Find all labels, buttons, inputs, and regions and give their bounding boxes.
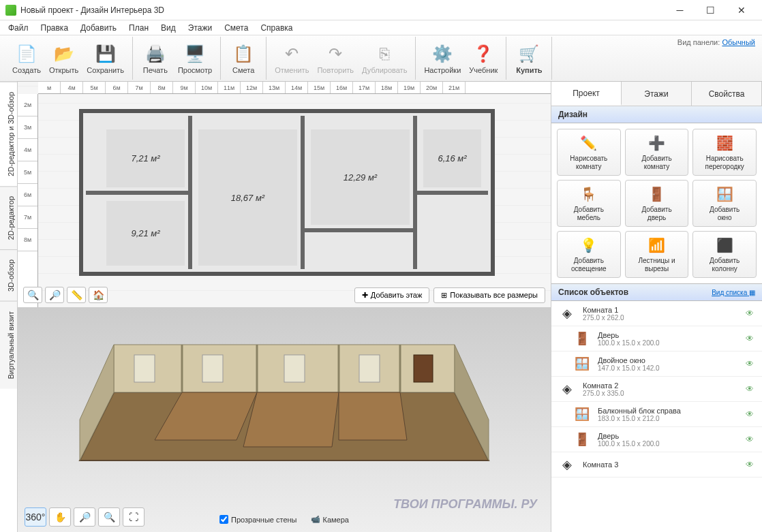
open-icon: 📂	[53, 43, 75, 65]
side-tab-3[interactable]: Виртуальный визит	[0, 301, 17, 389]
svg-marker-9	[243, 392, 339, 447]
object-item[interactable]: ◈Комната 2275.0 x 335.0👁	[551, 377, 762, 402]
side-tab-0[interactable]: 2D-редактор и 3D-обзор	[0, 82, 17, 186]
add-lighting-button[interactable]: 💡Добавитьосвещение	[557, 231, 621, 278]
settings-icon: ⚙️	[431, 43, 453, 65]
zoom-in-3d-icon[interactable]: 🔎	[74, 507, 95, 527]
visibility-icon[interactable]: 👁	[746, 384, 757, 394]
menu-Файл[interactable]: Файл	[3, 22, 34, 34]
add-floor-button[interactable]: ✚ Добавить этаж	[354, 287, 429, 303]
buy-button[interactable]: 🛒Купить	[510, 42, 547, 76]
pan-icon[interactable]: ✋	[49, 507, 71, 527]
tab-Проект[interactable]: Проект	[551, 82, 622, 106]
side-tab-1[interactable]: 2D-редактор	[0, 186, 17, 249]
stairs-button[interactable]: 📶Лестницы ивырезы	[625, 231, 689, 278]
titlebar: Новый проект - Дизайн Интерьера 3D ─ ☐ ✕	[0, 0, 762, 20]
room-2[interactable]: 18,67 м²	[198, 129, 297, 266]
settings-button[interactable]: ⚙️Настройки	[420, 42, 465, 76]
zoom-out-3d-icon[interactable]: 🔍	[98, 507, 120, 527]
show-dimensions-button[interactable]: ⊞ Показывать все размеры	[433, 287, 545, 303]
menu-Смета[interactable]: Смета	[219, 22, 254, 34]
panel-mode-link[interactable]: Обычный	[722, 38, 755, 46]
visibility-icon[interactable]: 👁	[746, 359, 757, 369]
duplicate-button: ⎘Дублировать	[358, 42, 411, 76]
plan-zoom-tools: 🔍 🔎 📏 🏠	[23, 287, 108, 303]
save-icon: 💾	[95, 43, 117, 65]
print-button[interactable]: 🖨️Печать	[137, 42, 174, 76]
room-3[interactable]: 12,29 м²	[311, 129, 410, 225]
plan-2d-area[interactable]: м4м5м6м7м8м9м10м11м12м13м14м15м16м17м18м…	[18, 82, 551, 307]
object-item[interactable]: 🚪Дверь100.0 x 15.0 x 200.0👁	[551, 427, 762, 452]
ruler-horizontal: м4м5м6м7м8м9м10м11м12м13м14м15м16м17м18м…	[38, 82, 551, 94]
objects-section-head: Список объектов Вид списка ▦	[551, 283, 762, 301]
save-button[interactable]: 💾Сохранить	[82, 42, 128, 76]
rotate-360-icon[interactable]: 360°	[25, 507, 46, 527]
visibility-icon[interactable]: 👁	[746, 409, 757, 419]
help-button[interactable]: ❓Учебник	[465, 42, 502, 76]
buy-icon: 🛒	[518, 43, 540, 65]
svg-marker-10	[339, 392, 407, 440]
side-tabs: 2D-редактор и 3D-обзор2D-редактор3D-обзо…	[0, 82, 18, 532]
estimate-icon: 📋	[232, 43, 254, 65]
add-window-icon: 🪟	[715, 185, 734, 204]
fit-icon[interactable]: ⛶	[123, 507, 144, 527]
add-door-icon: 🚪	[647, 185, 666, 204]
menu-План[interactable]: План	[123, 22, 154, 34]
menu-Этажи[interactable]: Этажи	[183, 22, 217, 34]
tab-Свойства[interactable]: Свойства	[692, 82, 762, 106]
minimize-button[interactable]: ─	[665, 1, 695, 20]
visibility-icon[interactable]: 👁	[746, 460, 757, 469]
add-door-button[interactable]: 🚪Добавитьдверь	[625, 180, 689, 227]
visibility-icon[interactable]: 👁	[746, 435, 757, 444]
close-button[interactable]: ✕	[726, 1, 757, 20]
print-icon: 🖨️	[144, 43, 166, 65]
visibility-icon[interactable]: 👁	[746, 334, 757, 343]
menu-Правка[interactable]: Правка	[35, 22, 74, 34]
add-room-button[interactable]: ➕Добавитькомнату	[625, 129, 689, 176]
create-icon: 📄	[16, 43, 37, 65]
floorplan[interactable]: 7,21 м² 18,67 м² 12,29 м² 6,16 м² 9,21 м…	[79, 109, 495, 276]
right-panel: ПроектЭтажиСвойства Дизайн ✏️Нарисоватьк…	[551, 82, 762, 532]
objects-list: ◈Комната 1275.0 x 262.0👁🚪Дверь100.0 x 15…	[551, 301, 762, 532]
draw-partition-icon: 🧱	[715, 134, 734, 153]
add-window-button[interactable]: 🪟Добавитьокно	[692, 180, 757, 227]
svg-rect-12	[202, 355, 223, 382]
object-item[interactable]: ◈Комната 3👁	[551, 452, 762, 478]
room-1[interactable]: 7,21 м²	[106, 129, 185, 187]
add-furniture-button[interactable]: 🪑Добавитьмебель	[557, 180, 621, 227]
menu-Справка[interactable]: Справка	[255, 22, 298, 34]
maximize-button[interactable]: ☐	[695, 1, 726, 20]
draw-partition-button[interactable]: 🧱Нарисоватьперегородку	[692, 129, 757, 176]
home-icon[interactable]: 🏠	[89, 287, 108, 303]
object-item[interactable]: 🚪Дверь100.0 x 15.0 x 200.0👁	[551, 326, 762, 351]
transparent-walls-checkbox[interactable]: Прозрачные стены	[219, 515, 296, 524]
tab-Этажи[interactable]: Этажи	[622, 82, 692, 106]
draw-room-button[interactable]: ✏️Нарисоватькомнату	[557, 129, 621, 176]
svg-rect-13	[284, 355, 305, 382]
room-4[interactable]: 6,16 м²	[423, 129, 481, 187]
create-button[interactable]: 📄Создать	[8, 42, 45, 76]
object-item[interactable]: 🪟Балконный блок справа183.0 x 15.0 x 212…	[551, 402, 762, 427]
redo-icon: ↷	[324, 43, 346, 65]
menu-Добавить[interactable]: Добавить	[75, 22, 122, 34]
add-column-button[interactable]: ⬛Добавитьколонну	[692, 231, 757, 278]
open-button[interactable]: 📂Открыть	[45, 42, 82, 76]
measure-icon[interactable]: 📏	[67, 287, 86, 303]
estimate-button[interactable]: 📋Смета	[225, 42, 262, 76]
zoom-in-icon[interactable]: 🔎	[45, 287, 64, 303]
object-item[interactable]: 🪟Двойное окно147.0 x 15.0 x 142.0👁	[551, 351, 762, 377]
svg-rect-11	[134, 355, 155, 382]
visibility-icon[interactable]: 👁	[746, 309, 757, 318]
object-item[interactable]: ◈Комната 1275.0 x 262.0👁	[551, 301, 762, 326]
view-3d-area[interactable]: 360° ✋ 🔎 🔍 ⛶ Прозрачные стены 📹 Камера Т…	[18, 307, 551, 533]
room-5[interactable]: 9,21 м²	[106, 201, 185, 266]
zoom-out-icon[interactable]: 🔍	[23, 287, 42, 303]
camera-toggle[interactable]: 📹 Камера	[311, 515, 349, 524]
svg-rect-15	[414, 355, 433, 382]
menu-Вид[interactable]: Вид	[155, 22, 181, 34]
side-tab-2[interactable]: 3D-обзор	[0, 249, 17, 301]
design-section-head: Дизайн	[551, 106, 762, 123]
svg-rect-14	[359, 355, 380, 382]
list-view-link[interactable]: Вид списка ▦	[712, 289, 755, 296]
preview-button[interactable]: 🖥️Просмотр	[174, 42, 216, 76]
